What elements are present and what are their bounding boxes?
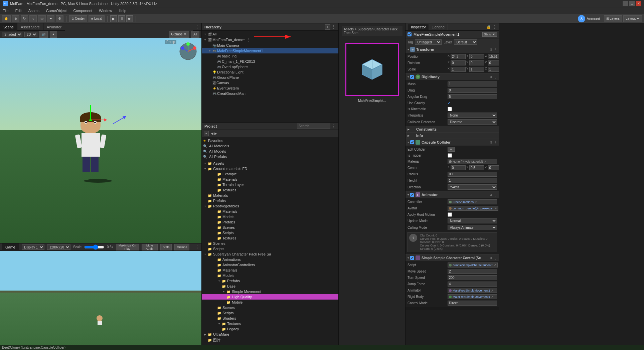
scripts-folder[interactable]: 📁 Scripts [202,246,338,251]
menu-file[interactable]: File [1,9,10,13]
account-label[interactable]: Account [587,17,600,21]
game-gizmos-btn[interactable]: Gizmos [174,244,189,250]
animator-section-header[interactable]: ▾ ▶ Animator ⚙ ⋮ [406,191,499,198]
capsule-settings-icon[interactable]: ⚙ [489,141,492,144]
stats-btn[interactable]: Stats [160,244,172,250]
favorites-all-prefabs[interactable]: 🔍 All Prefabs [202,154,338,159]
height-input[interactable] [448,178,497,183]
hierarchy-item-malefree[interactable]: ▾ 🎮 MaleFreeSimpleMovement1 [202,48,338,53]
hand-tool[interactable]: ✋ [2,15,11,22]
sc-materials[interactable]: 📁 Materials [202,268,338,273]
menu-gameobject[interactable]: GameObject [45,9,68,13]
sc-animations[interactable]: 📁 Animations [202,257,338,262]
sc-prefabs[interactable]: ▾ 📁 Prefabs [202,278,338,284]
hierarchy-item-basicrig[interactable]: 🎮 basic_rig [202,53,338,59]
menu-component[interactable]: Component [72,9,94,13]
close-button[interactable]: ✕ [636,1,641,6]
resolution-select[interactable]: 1280x720 [47,244,70,250]
ref-link-icon[interactable]: ↗ [484,160,486,163]
transform-section-header[interactable]: ▾ ⊕ Transform ⚙ ⋮ [406,46,499,53]
sc-scenes[interactable]: 📁 Scenes [202,305,338,310]
example-folder[interactable]: 📁 Example [202,171,338,177]
sc-mobile[interactable]: 📁 Mobile [202,300,338,305]
center-button[interactable]: ⊙ Center [69,15,87,22]
transform-settings-icon[interactable]: ⚙ [489,48,492,51]
drag-input[interactable] [448,88,497,93]
gizmos-button[interactable]: Gizmos ▼ [169,31,189,38]
rigid-body-ref[interactable]: MaleFreeSimpleMovement1 ↗ [448,294,497,299]
rb-context-icon[interactable]: ⋮ [494,75,497,79]
tab-inspector[interactable]: Inspector [408,24,429,30]
mass-input[interactable] [448,81,497,86]
project-add-button[interactable]: + [204,131,209,136]
radius-input[interactable] [448,172,497,177]
animator-enabled[interactable] [410,193,414,197]
prefabs-folder[interactable]: 📁 Prefabs [202,198,338,203]
supercyan-folder[interactable]: ▾ 📁 Supercyan Character Pack Free Sa [202,251,338,257]
multi-tool[interactable]: ✦ [47,15,54,22]
animator-context-icon[interactable]: ⋮ [494,193,497,197]
inspector-lock-icon[interactable]: 🔒 [486,25,491,29]
capsule-enabled[interactable] [410,140,414,144]
is-kinematic-check[interactable] [448,107,452,111]
play-button[interactable]: ▶ [110,15,117,22]
rigidbody-section-header[interactable]: ▾ ⚛ Rigidbody ⚙ ⋮ [406,73,499,80]
sc-simple-movement[interactable]: ▾ 📁 Simple Movement [202,289,338,294]
tag-select[interactable]: Untagged [415,39,442,45]
control-mode-input[interactable] [448,301,497,306]
assets-folder[interactable]: ▾ 📁 Assets [202,161,338,166]
rv-scenes[interactable]: 📁 Scenes [202,225,338,230]
textures-folder-1[interactable]: 📁 Textures [202,187,338,193]
rv-models[interactable]: 📁 Models [202,214,338,219]
rv-textures[interactable]: 📁 Textures [202,235,338,241]
sc-animator-ref[interactable]: MaleFreeSimpleMovement1 ↗ [448,288,497,293]
hierarchy-item-canvas[interactable]: 🖼 Canvas [202,80,338,85]
rv-materials[interactable]: 📁 Materials [202,209,338,214]
scale-x[interactable] [451,67,466,72]
interpolate-select[interactable]: None [448,113,497,118]
rigid-body-link[interactable]: ↗ [491,295,494,299]
tab-lighting[interactable]: Lighting [429,24,448,30]
game-options-button[interactable]: ⋮ [195,244,199,250]
rect-tool[interactable]: ▭ [38,15,46,22]
rotation-y[interactable] [469,60,484,65]
transform-context-icon[interactable]: ⋮ [494,48,497,51]
viewport-options-button[interactable]: ⋮ [193,24,201,30]
search-scene-button[interactable]: All [191,31,199,38]
center-y[interactable] [469,165,484,170]
tab-scene[interactable]: Scene [0,23,17,31]
hierarchy-item-cman[interactable]: 🎮 C_man_1_FBX2013 [202,59,338,64]
static-badge[interactable]: Static ▼ [482,32,497,37]
hierarchy-item-maincam[interactable]: 📷 Main Camera [202,43,338,48]
tab-animator[interactable]: Animator [43,23,65,31]
sc-models[interactable]: 📁 Models [202,273,338,278]
tab-game[interactable]: Game [2,243,19,251]
position-z[interactable] [488,54,499,59]
sc-legacy[interactable]: 📁 Legacy [202,326,338,332]
controller-link-icon[interactable]: ↗ [474,200,477,204]
maximize-on-play-btn[interactable]: Maximize On Play [116,244,139,250]
materials-folder-main[interactable]: 📁 Materials [202,193,338,198]
ground-materials-folder[interactable]: ▾ 📁 Ground materials FD [202,166,338,171]
scale-y[interactable] [469,67,484,72]
custom-tool[interactable]: ⚙ [56,15,63,22]
sc-animator-link[interactable]: ↗ [491,289,494,292]
hierarchy-options[interactable]: ⋮ [332,24,336,30]
project-search-input[interactable] [297,124,330,129]
rv-scripts[interactable]: 📁 Scripts [202,230,338,235]
rootvegs-folder[interactable]: ▾ 📁 RootVegetables [202,203,338,209]
position-y[interactable] [469,54,484,59]
simple-settings-icon[interactable]: ⚙ [489,256,492,260]
menu-assets[interactable]: Assets [27,9,41,13]
scenes-folder[interactable]: 📁 Scenes [202,241,338,246]
sc-shaders[interactable]: 📁 Shaders [202,316,338,321]
rigidbody-enabled[interactable] [410,75,414,79]
layer-select[interactable]: Default [454,39,477,45]
capsule-context-icon[interactable]: ⋮ [494,141,497,144]
hierarchy-item-groundplane[interactable]: 🎮 GroundPlane [202,75,338,80]
display-select[interactable]: Display 1 [22,244,44,250]
script-ref[interactable]: SimpleSampleCharacterCont↑ ↗ [448,262,498,268]
edit-collider-button[interactable]: ✏ [448,147,455,152]
rotate-tool[interactable]: ↻ [21,15,28,22]
center-x[interactable] [451,165,466,170]
